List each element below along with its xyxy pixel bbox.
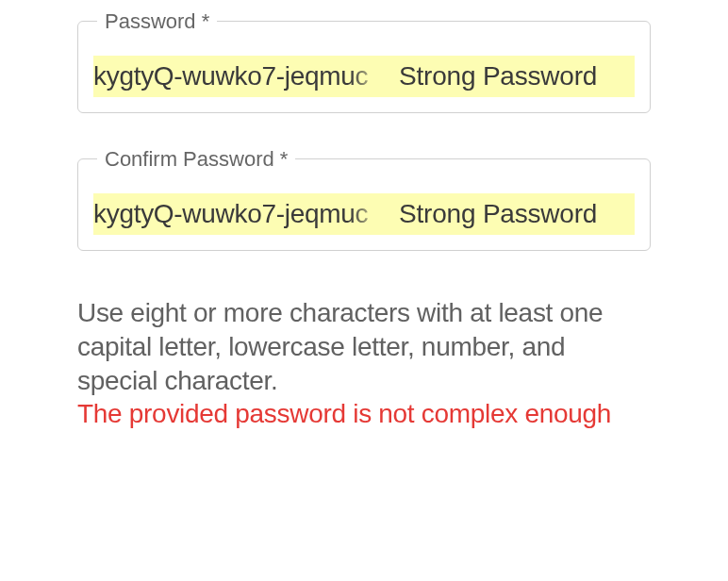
confirm-password-input[interactable] <box>93 199 388 229</box>
confirm-password-content: Strong Password <box>93 193 635 235</box>
password-label: Password * <box>97 9 217 34</box>
confirm-password-strength: Strong Password <box>399 199 597 229</box>
password-group: Password * Strong Password <box>77 21 651 113</box>
confirm-password-wrapper <box>93 199 388 229</box>
password-content: Strong Password <box>93 56 635 97</box>
password-border: Password * Strong Password <box>77 21 651 113</box>
password-strength: Strong Password <box>399 61 597 91</box>
password-input[interactable] <box>93 61 388 91</box>
confirm-password-group: Confirm Password * Strong Password <box>77 158 651 251</box>
password-form: Password * Strong Password Confirm Passw… <box>0 21 728 431</box>
confirm-password-border: Confirm Password * Strong Password <box>77 158 651 251</box>
password-wrapper <box>93 61 388 91</box>
password-help-text: Use eight or more characters with at lea… <box>77 296 651 397</box>
password-error-text: The provided password is not complex eno… <box>77 397 651 431</box>
confirm-password-label: Confirm Password * <box>97 147 295 172</box>
